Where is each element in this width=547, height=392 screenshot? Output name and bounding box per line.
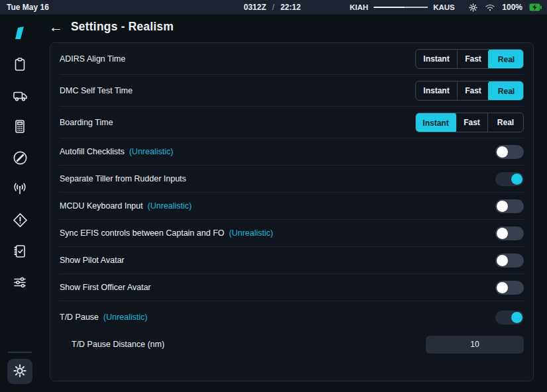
setting-label: Sync EFIS controls between Captain and F… (60, 228, 273, 238)
utc-time: 0312Z (244, 3, 266, 12)
sidebar (0, 15, 40, 392)
setting-row-mcdu-keyboard-input: MCDU Keyboard Input (Unrealistic) (60, 193, 524, 219)
option-fast[interactable]: Fast (456, 113, 487, 132)
sidebar-item-home[interactable] (9, 24, 31, 42)
setting-row-sync-efis: Sync EFIS controls between Captain and F… (60, 220, 524, 246)
unrealistic-tag: (Unrealistic) (148, 201, 192, 211)
battery-percent-label: 100% (502, 3, 522, 12)
back-button[interactable]: ← (49, 20, 63, 34)
origin-airport: KIAH (350, 3, 368, 11)
option-instant[interactable]: Instant (416, 81, 457, 100)
setting-row-td-pause-distance: T/D Pause Distance (nm) (60, 330, 524, 358)
setting-label: T/D Pause Distance (nm) (60, 340, 164, 349)
sidebar-item-flightplan[interactable] (9, 56, 31, 73)
td-pause-distance-input[interactable] (426, 336, 524, 354)
antenna-icon (11, 181, 28, 197)
mcdu-keyboard-toggle[interactable] (495, 199, 524, 213)
setting-row-adirs-align-time: ADIRS Align Time Instant Fast Real (60, 43, 524, 74)
page-title: Settings - Realism (71, 20, 174, 34)
setting-row-autofill-checklists: Autofill Checklists (Unrealistic) (60, 138, 524, 165)
status-date: Tue May 16 (7, 3, 49, 12)
compass-icon (12, 150, 28, 166)
sidebar-item-radio[interactable] (9, 180, 31, 197)
setting-label: DMC Self Test Time (60, 86, 132, 95)
gear-icon (468, 3, 478, 13)
page-header: ← Settings - Realism (49, 20, 174, 34)
row-divider (60, 301, 524, 301)
setting-label: T/D Pause (Unrealistic) (60, 313, 148, 322)
setting-row-show-pilot-avatar: Show Pilot Avatar (60, 247, 524, 273)
sidebar-item-settings-active[interactable] (7, 359, 32, 384)
setting-row-boarding-time: Boarding Time Instant Fast Real (60, 107, 524, 138)
checklist-notebook-icon (12, 243, 28, 259)
setting-label: Separate Tiller from Rudder Inputs (60, 174, 186, 183)
unrealistic-tag: (Unrealistic) (229, 228, 274, 238)
clipboard-icon (12, 56, 28, 72)
calculator-icon (12, 119, 28, 134)
setting-label: Boarding Time (60, 118, 113, 127)
battery-charging-icon (529, 3, 542, 11)
option-real[interactable]: Real (488, 49, 524, 69)
sync-efis-toggle[interactable] (495, 226, 524, 240)
segmented-control: Instant Fast Real (415, 81, 524, 101)
show-fo-avatar-toggle[interactable] (495, 281, 524, 295)
setting-label: Show First Officer Avatar (60, 283, 151, 292)
status-clock: 0312Z / 22:12 (244, 3, 301, 12)
ground-services-truck-icon (12, 87, 28, 103)
setting-label: ADIRS Align Time (60, 54, 125, 64)
status-bar: Tue May 16 0312Z / 22:12 KIAH KAUS (0, 0, 547, 15)
failures-diamond-icon (12, 212, 28, 228)
setting-row-show-fo-avatar: Show First Officer Avatar (60, 274, 524, 301)
sidebar-item-failures[interactable] (9, 211, 31, 228)
local-time: 22:12 (280, 3, 301, 12)
setting-row-dmc-self-test-time: DMC Self Test Time Instant Fast Real (60, 75, 524, 106)
sidebar-item-options[interactable] (9, 273, 31, 291)
sidebar-item-ground-services[interactable] (9, 87, 31, 104)
unrealistic-tag: (Unrealistic) (103, 313, 148, 322)
segmented-control: Instant Fast Real (415, 49, 524, 69)
flight-route-indicator: KIAH KAUS (350, 3, 455, 11)
show-pilot-avatar-toggle[interactable] (495, 254, 524, 268)
wifi-icon (485, 3, 495, 12)
unrealistic-tag: (Unrealistic) (129, 147, 174, 156)
option-real[interactable]: Real (487, 113, 523, 132)
autofill-checklists-toggle[interactable] (495, 145, 524, 159)
sliders-icon (11, 274, 28, 290)
airline-logo (12, 25, 28, 41)
option-instant[interactable]: Instant (415, 113, 456, 132)
setting-label: MCDU Keyboard Input (Unrealistic) (60, 201, 191, 211)
separate-tiller-toggle[interactable] (495, 172, 524, 186)
settings-gear-icon (12, 363, 28, 381)
segmented-control: Instant Fast Real (415, 113, 524, 132)
option-fast[interactable]: Fast (457, 81, 489, 100)
setting-label: Autofill Checklists (Unrealistic) (60, 147, 174, 156)
destination-airport: KAUS (433, 3, 455, 11)
sidebar-item-checklists[interactable] (9, 242, 31, 260)
time-separator: / (272, 3, 274, 12)
sidebar-item-navigation[interactable] (9, 149, 31, 166)
setting-label: Show Pilot Avatar (60, 256, 124, 265)
option-instant[interactable]: Instant (416, 50, 457, 68)
option-real[interactable]: Real (488, 81, 524, 101)
setting-row-separate-tiller: Separate Tiller from Rudder Inputs (60, 166, 524, 192)
route-progress-line (373, 7, 428, 9)
option-fast[interactable]: Fast (457, 50, 489, 68)
sidebar-divider (8, 352, 32, 353)
setting-row-td-pause: T/D Pause (Unrealistic) (60, 304, 524, 330)
realism-settings-panel: ADIRS Align Time Instant Fast Real DMC S… (50, 42, 534, 381)
sidebar-item-performance[interactable] (9, 118, 31, 135)
td-pause-toggle[interactable] (495, 311, 524, 324)
